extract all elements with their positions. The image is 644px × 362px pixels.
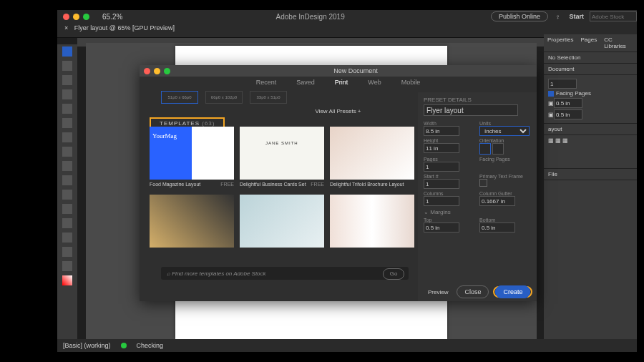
height-input[interactable] bbox=[424, 143, 459, 153]
template-gallery: Food Magazine LayoutFREE Delightful Busi… bbox=[140, 127, 436, 284]
pen-tool[interactable] bbox=[62, 132, 72, 142]
selection-tool[interactable] bbox=[62, 47, 72, 57]
height-input[interactable] bbox=[554, 109, 582, 119]
free-transform-tool[interactable] bbox=[62, 204, 72, 214]
status-checking[interactable]: Checking bbox=[137, 342, 164, 349]
tab-print[interactable]: Print bbox=[335, 79, 348, 86]
status-basic[interactable]: [Basic] (working) bbox=[63, 342, 111, 349]
tab-cc-libraries[interactable]: CC Libraries bbox=[600, 34, 637, 52]
status-bar: [Basic] (working) Checking bbox=[57, 339, 637, 352]
eyedropper-tool[interactable] bbox=[62, 233, 72, 243]
rectangle-frame-tool[interactable] bbox=[62, 161, 72, 171]
tools-panel bbox=[57, 44, 77, 339]
tab-properties[interactable]: Properties bbox=[544, 34, 577, 52]
dialog-title: New Document bbox=[175, 67, 537, 74]
width-input[interactable] bbox=[554, 98, 582, 108]
margin-top-input[interactable] bbox=[424, 222, 459, 233]
dialog-minimize-icon[interactable] bbox=[154, 68, 160, 74]
layout-section: ayout bbox=[544, 124, 637, 135]
gap-tool[interactable] bbox=[62, 89, 72, 99]
preset-2[interactable]: 66p0 x 102p0 bbox=[205, 91, 243, 104]
preview-label: Preview bbox=[428, 289, 448, 295]
file-section: File bbox=[544, 169, 637, 180]
preset-1[interactable]: 51p0 x 66p0 bbox=[161, 91, 198, 104]
start-button[interactable]: Start bbox=[569, 13, 584, 20]
properties-panel: Properties Pages CC Libraries No Selecti… bbox=[544, 34, 637, 339]
document-section: Document bbox=[544, 64, 637, 75]
app-title: Adobe InDesign 2019 bbox=[130, 13, 491, 21]
columns-input[interactable] bbox=[424, 196, 459, 206]
line-tool[interactable] bbox=[62, 118, 72, 128]
tab-web[interactable]: Web bbox=[368, 79, 381, 86]
dialog-close-icon[interactable] bbox=[144, 68, 150, 74]
start-page-input[interactable] bbox=[424, 179, 459, 189]
template-card[interactable]: Delightful Trifold Brochure Layout bbox=[330, 127, 414, 189]
margin-bottom-input[interactable] bbox=[479, 222, 515, 233]
preset-3[interactable]: 33p0 x 51p0 bbox=[250, 91, 287, 104]
create-button[interactable]: Create bbox=[495, 285, 530, 298]
publish-online-button[interactable]: Publish Online bbox=[491, 11, 548, 21]
template-card[interactable] bbox=[330, 195, 414, 248]
new-document-dialog: New Document Recent Saved Print Web Mobi… bbox=[140, 65, 537, 301]
bulb-icon[interactable]: ♀ bbox=[555, 13, 561, 21]
direct-selection-tool[interactable] bbox=[62, 61, 72, 71]
preset-details-panel: PRESET DETAILS Width UnitsInches Height … bbox=[418, 92, 537, 301]
dialog-maximize-icon[interactable] bbox=[164, 68, 170, 74]
primary-text-frame-checkbox[interactable] bbox=[479, 179, 487, 187]
portrait-button[interactable] bbox=[479, 143, 491, 155]
tab-close-icon[interactable]: × bbox=[64, 24, 68, 31]
template-card[interactable] bbox=[150, 195, 234, 248]
maximize-icon[interactable] bbox=[83, 14, 89, 20]
units-select[interactable]: Inches bbox=[479, 126, 530, 136]
pages-input[interactable] bbox=[424, 162, 459, 172]
template-search-input[interactable]: ⌕ Find more templates on Adobe Stock Go bbox=[161, 267, 409, 280]
pencil-tool[interactable] bbox=[62, 147, 72, 157]
tab-mobile[interactable]: Mobile bbox=[401, 79, 421, 86]
landscape-button[interactable] bbox=[492, 143, 504, 155]
tab-recent[interactable]: Recent bbox=[256, 79, 277, 86]
app-menubar: 65.2% Adobe InDesign 2019 Publish Online… bbox=[57, 10, 637, 23]
close-icon[interactable] bbox=[63, 14, 69, 20]
type-tool[interactable] bbox=[62, 104, 72, 114]
template-card[interactable]: Delightful Business Cards SetFREE bbox=[240, 127, 324, 189]
align-section: ▦ ▦ ▦ bbox=[544, 135, 637, 169]
template-card[interactable]: Food Magazine LayoutFREE bbox=[150, 127, 234, 189]
gutter-input[interactable] bbox=[479, 196, 515, 206]
status-dot-icon bbox=[121, 343, 127, 348]
zoom-level[interactable]: 65.2% bbox=[102, 13, 122, 21]
minimize-icon[interactable] bbox=[73, 14, 79, 20]
zoom-tool[interactable] bbox=[62, 261, 72, 271]
document-name-input[interactable] bbox=[424, 104, 518, 116]
close-button[interactable]: Close bbox=[457, 285, 489, 298]
no-selection-label: No Selection bbox=[544, 52, 637, 64]
category-tabs: Recent Saved Print Web Mobile bbox=[140, 77, 537, 88]
hand-tool[interactable] bbox=[62, 247, 72, 257]
tab-pages[interactable]: Pages bbox=[577, 34, 600, 52]
facing-pages-checkbox[interactable] bbox=[548, 91, 554, 97]
fill-stroke-icon[interactable] bbox=[62, 275, 72, 285]
page-tool[interactable] bbox=[62, 75, 72, 85]
preset-details-header: PRESET DETAILS bbox=[424, 97, 531, 103]
tab-title: Flyer layout @ 65% [GPU Preview] bbox=[74, 24, 175, 31]
page-count-input[interactable] bbox=[548, 79, 577, 89]
tab-saved[interactable]: Saved bbox=[296, 79, 315, 86]
go-button[interactable]: Go bbox=[383, 268, 404, 280]
template-card[interactable] bbox=[240, 195, 324, 248]
rectangle-tool[interactable] bbox=[62, 175, 72, 185]
width-input[interactable] bbox=[424, 126, 459, 136]
scissors-tool[interactable] bbox=[62, 190, 72, 200]
stock-search-input[interactable] bbox=[590, 11, 637, 21]
gradient-swatch-tool[interactable] bbox=[62, 218, 72, 228]
